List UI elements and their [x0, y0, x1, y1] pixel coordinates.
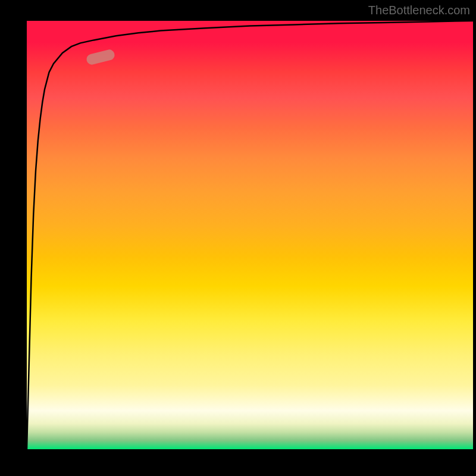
plot-area	[27, 21, 473, 449]
watermark-text: TheBottleneck.com	[368, 4, 470, 17]
curve-line	[27, 21, 473, 449]
